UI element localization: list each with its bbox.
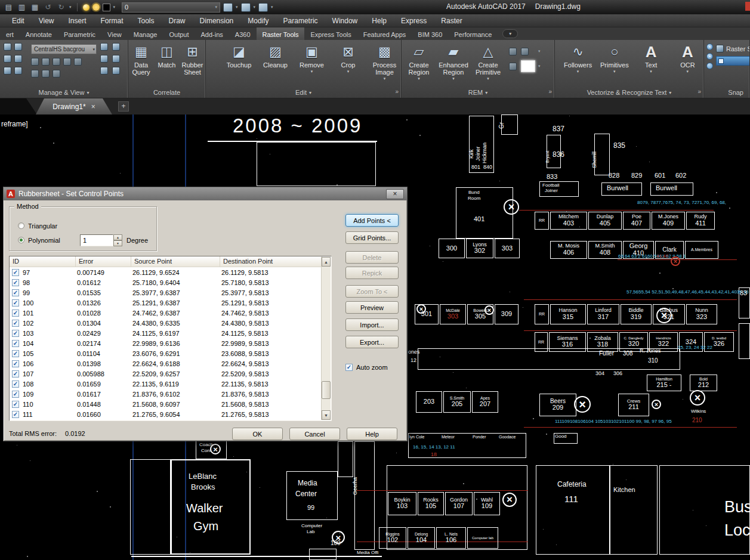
ribbon-button-crop[interactable]: ⊠Crop▾ (332, 41, 365, 73)
control-point-row[interactable]: ✓1100.0144821.5608, 9.609721.5608, 9.581… (10, 399, 322, 409)
view-tool-icon[interactable] (31, 70, 39, 78)
display-tool-icon[interactable] (100, 55, 108, 63)
layer-tool-icon[interactable] (258, 3, 268, 12)
panel-title-correlate[interactable]: Correlate (128, 87, 205, 98)
ribbon-tab-raster-tools[interactable]: Raster Tools (257, 27, 305, 40)
chevron-down-icon[interactable]: ▾ (69, 5, 72, 10)
row-checkbox[interactable]: ✓ (12, 411, 19, 418)
view-tool-icon[interactable] (63, 58, 71, 66)
control-point-row[interactable]: ✓1070.00598822.5209, 9.625722.5209, 9.58… (10, 369, 322, 379)
image-tool-icon[interactable] (14, 43, 22, 51)
control-point-row[interactable]: ✓1000.0132625.1291, 9.638725.1291, 9.581… (10, 298, 322, 308)
ribbon-tab-view[interactable]: View (101, 27, 128, 40)
snap-toggle-icon[interactable]: × (706, 44, 713, 50)
raster-snap-button[interactable]: Raster Sn (716, 45, 750, 52)
ribbon-button-cleanup[interactable]: ▨Cleanup (259, 41, 292, 69)
view-tool-icon[interactable] (53, 58, 60, 66)
close-icon[interactable]: × (386, 189, 404, 199)
degree-input[interactable]: 1 (80, 234, 113, 246)
triangular-radio[interactable] (18, 222, 24, 229)
color-swatch[interactable] (103, 4, 110, 11)
display-tool-icon[interactable] (112, 55, 120, 63)
row-checkbox[interactable]: ✓ (12, 299, 19, 307)
menu-item-format[interactable]: Format (94, 17, 131, 25)
scroll-up-icon[interactable]: ▲ (322, 257, 331, 267)
panel-launcher-icon[interactable]: » (548, 88, 552, 95)
image-tool-icon[interactable] (4, 43, 11, 51)
control-point-row[interactable]: ✓1030.0242924.1125, 9.619724.1125, 9.581… (10, 328, 322, 338)
preview-button[interactable]: Preview (345, 301, 399, 314)
new-drawing-icon[interactable]: ▤ (4, 2, 14, 13)
menu-item-window[interactable]: Window (325, 17, 365, 25)
image-tool-icon[interactable] (4, 55, 11, 63)
menu-item-view[interactable]: View (32, 17, 61, 25)
control-point-row[interactable]: ✓990.0153525.3977, 9.638725.3977, 9.5813 (10, 287, 322, 298)
ribbon-button-create-region[interactable]: ▱CreateRegion▾ (402, 41, 436, 81)
snap-mode-selected[interactable] (716, 56, 750, 66)
file-tab-drawing1[interactable]: Drawing1* × (36, 98, 112, 115)
ribbon-button-followers[interactable]: ∿Followers▾ (562, 41, 594, 73)
image-tool-icon[interactable] (14, 55, 22, 63)
new-tab-button[interactable]: + (118, 101, 129, 112)
menu-item-edit[interactable]: Edit (5, 17, 32, 25)
view-tool-icon[interactable] (42, 58, 50, 66)
panel-launcher-icon[interactable]: » (395, 88, 399, 95)
rem-tool-icon[interactable] (509, 63, 517, 70)
layer-tool-icon[interactable] (223, 3, 233, 12)
auto-zoom-checkbox[interactable]: ✓ (345, 364, 353, 371)
panel-title-manage-and-view[interactable]: Manage & View ▾ (0, 87, 128, 98)
ribbon-button-process-image[interactable]: ▩ProcessImage▾ (368, 41, 401, 81)
view-tool-icon[interactable] (42, 70, 50, 78)
menu-item-dimension[interactable]: Dimension (193, 17, 241, 25)
layer-dropdown[interactable]: 0 ▾ (122, 2, 220, 13)
menu-item-raster[interactable]: Raster (434, 17, 469, 25)
control-point-row[interactable]: ✓1090.0161721.8376, 9.610221.8376, 9.581… (10, 389, 322, 399)
add-points-button[interactable]: Add Points < (345, 214, 399, 227)
repick-button[interactable]: Repick (345, 267, 399, 279)
chevron-down-icon[interactable]: ▾ (538, 49, 546, 54)
control-point-row[interactable]: ✓1020.0130424.4380, 9.633524.4380, 9.581… (10, 318, 322, 328)
image-tool-icon[interactable] (4, 67, 11, 75)
panel-title-vectorize[interactable]: Vectorize & Recognize Text ▾ » (555, 87, 703, 98)
view-tool-icon[interactable] (74, 58, 82, 66)
export-button[interactable]: Export... (345, 336, 399, 348)
image-tool-icon[interactable] (14, 67, 22, 75)
panel-title-rem[interactable]: REM ▾ » (402, 87, 554, 98)
row-checkbox[interactable]: ✓ (12, 401, 19, 408)
polynomial-radio[interactable] (18, 237, 24, 243)
ribbon-tab-ert[interactable]: ert (0, 27, 20, 40)
rem-tool-icon[interactable] (521, 48, 529, 55)
control-point-row[interactable]: ✓1010.0102824.7462, 9.638724.7462, 9.581… (10, 308, 322, 318)
help-button[interactable]: Help (347, 428, 397, 440)
menu-item-draw[interactable]: Draw (162, 17, 193, 25)
menu-item-help[interactable]: Help (365, 17, 394, 25)
panel-title-snap[interactable]: Snap (704, 87, 749, 98)
redo-icon[interactable]: ↻ (56, 2, 66, 13)
layer-tool-icon[interactable] (241, 3, 251, 12)
control-point-row[interactable]: ✓1080.0165922.1135, 9.611922.1135, 9.581… (10, 379, 322, 389)
column-header-source[interactable]: Source Point (131, 256, 220, 267)
display-tool-icon[interactable] (112, 43, 120, 51)
ribbon-options-button[interactable]: ▾ (502, 29, 518, 38)
menu-item-express[interactable]: Express (394, 17, 434, 25)
chevron-down-icon[interactable]: ▾ (538, 64, 546, 69)
row-checkbox[interactable]: ✓ (12, 269, 19, 276)
ribbon-button-touchup[interactable]: ◪Touchup (223, 41, 255, 69)
row-checkbox[interactable]: ✓ (12, 330, 19, 337)
snap-toggle-icon[interactable]: × (706, 53, 713, 60)
menu-item-parametric[interactable]: Parametric (276, 17, 325, 25)
menu-item-modify[interactable]: Modify (240, 17, 276, 25)
row-checkbox[interactable]: ✓ (12, 360, 19, 367)
ribbon-tab-a360[interactable]: A360 (229, 27, 257, 40)
snap-toggle-icon[interactable] (706, 63, 713, 69)
delete-button[interactable]: Delete (345, 251, 399, 264)
ribbon-tab-performance[interactable]: Performance (448, 27, 498, 40)
column-header-id[interactable]: ID (10, 256, 76, 267)
view-tool-icon[interactable] (53, 70, 60, 78)
row-checkbox[interactable]: ✓ (12, 320, 19, 327)
ribbon-button-text[interactable]: AText▾ (635, 41, 667, 73)
row-checkbox[interactable]: ✓ (12, 289, 19, 296)
control-point-row[interactable]: ✓980.0161225.7180, 9.640425.7180, 9.5813 (10, 277, 322, 287)
rem-color-swatch[interactable] (521, 60, 535, 72)
ribbon-button-rubber-sheet[interactable]: ⊞RubberSheet (180, 41, 205, 76)
